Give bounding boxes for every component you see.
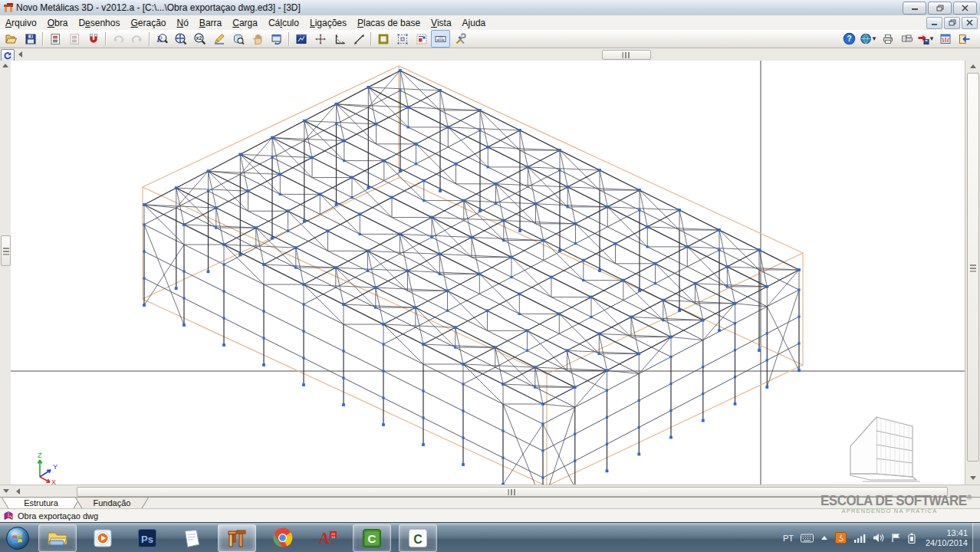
references-button[interactable] [412,30,431,48]
dimension-button[interactable]: 123 [431,30,450,48]
menu-calculo[interactable]: Cálculo [263,16,304,30]
move-node-button[interactable] [311,30,330,48]
menu-arquivo[interactable]: Arquivo [0,16,42,30]
svg-text:C: C [368,532,377,545]
show-desktop-button[interactable] [972,523,980,552]
zoom-extents-button[interactable] [171,30,190,48]
layers-dxf-button [64,30,84,48]
keyboard-icon[interactable] [801,534,814,543]
top-panel-handle[interactable] [602,50,651,60]
tab-estrutura[interactable]: Estrutura [2,498,81,509]
views-3d-button[interactable] [291,30,311,48]
import-dxf-button[interactable] [45,30,64,48]
battery-icon[interactable] [908,533,916,544]
action-center-flag-icon[interactable] [891,533,901,543]
save-button[interactable] [21,30,40,48]
menu-ajuda[interactable]: Ajuda [457,16,492,30]
zoom-window-button[interactable]: R [152,30,171,48]
window-title: Novo Metálicas 3D - v2012.a - [C:\...\Ob… [16,2,301,13]
menu-placas-de-base[interactable]: Placas de base [352,16,426,30]
taskbar-chrome[interactable] [264,525,301,551]
metalicas-3d-icon [226,527,248,549]
minimize-button[interactable] [903,2,926,15]
zoom-scale-button[interactable]: x2 [190,30,209,48]
language-indicator[interactable]: PT [783,534,794,543]
measure-icon [353,33,365,45]
bottom-panel-handle[interactable] [77,487,948,497]
open-button[interactable] [2,30,21,48]
left-panel-handle[interactable] [1,235,11,266]
web-button[interactable]: ▼ [859,30,878,48]
taskbar-autocad[interactable]: A2010 [308,525,345,551]
start-button[interactable] [5,525,31,551]
selection-icon [396,33,409,45]
export-dwg-button[interactable]: ▼ [916,30,936,48]
measure-button[interactable] [349,30,368,48]
undo-icon [112,33,124,45]
tab-fundacao[interactable]: Fundação [75,498,149,509]
menu-obra[interactable]: Obra [42,16,74,30]
menu-desenhos[interactable]: Desenhos [73,16,125,30]
previous-view-button[interactable] [267,30,286,48]
print-button[interactable] [878,30,897,48]
right-panel-handle[interactable] [967,73,979,462]
ortho-button[interactable] [330,30,349,48]
mdi-minimize-button[interactable] [926,17,942,29]
pan-hand-icon [252,33,263,45]
menu-vista[interactable]: Vista [426,16,456,30]
pan-hand-button[interactable] [248,30,267,48]
selection-button[interactable] [393,30,412,48]
section-box-button[interactable] [373,30,393,48]
taskbar-notepad[interactable] [173,525,210,551]
network-signal-icon[interactable] [853,534,866,543]
menu-carga[interactable]: Carga [227,16,263,30]
snap-magnet-icon [87,33,100,45]
zoom-scale-icon: x2 [193,32,206,45]
tools-button[interactable] [450,30,469,48]
mdi-close-button[interactable] [962,17,978,29]
clock[interactable]: 13:4124/10/2014 [926,528,968,548]
print-preview-button[interactable] [897,30,916,48]
collapse-up-arrow[interactable] [2,64,8,67]
mdi-restore-button[interactable] [944,17,960,29]
edit-pencil-button[interactable] [209,30,229,48]
structure-wireframe[interactable] [11,61,965,485]
menu-no[interactable]: Nó [172,16,194,30]
menu-barra[interactable]: Barra [194,16,227,30]
taskbar-photoshop[interactable]: Ps [129,525,166,551]
collapse-left-arrow-2[interactable] [16,488,20,495]
toolbar-separator [42,32,43,46]
taskbar-metalicas-3d[interactable] [218,524,256,552]
menu-geracao[interactable]: Geração [125,16,171,30]
volume-icon[interactable] [873,533,884,543]
dropdown-arrow-icon[interactable]: ▼ [929,35,935,42]
dropdown-arrow-icon[interactable]: ▼ [871,35,877,42]
taskbar-camtasia-editor[interactable]: C [399,524,437,552]
zoom-redraw-button[interactable] [229,30,248,48]
scroll-down-arrow[interactable] [970,476,976,480]
right-panel-strip [965,61,980,485]
close-button[interactable] [953,2,977,15]
restore-button[interactable] [928,2,952,15]
exit-button[interactable] [955,30,974,48]
java-update-icon[interactable] [835,532,847,544]
ortho-icon [334,33,346,45]
dimension-icon: 123 [434,33,447,45]
help-button[interactable]: ? [840,30,859,48]
window-layout-button[interactable] [936,30,955,48]
taskbar-camtasia[interactable]: C [353,524,391,552]
hidden-icons-button[interactable] [821,535,828,541]
status-text: Obra exportaçao dwg [18,511,98,521]
collapse-down-arrow[interactable] [3,489,9,493]
menu-ligacoes[interactable]: Ligações [304,16,352,30]
scroll-up-arrow[interactable] [970,64,976,68]
snap-magnet-button[interactable] [84,30,103,48]
previous-view-icon [271,33,283,45]
3d-viewport[interactable] [11,61,965,485]
svg-text:10: 10 [331,534,335,538]
taskbar-explorer[interactable] [38,524,77,552]
collapse-left-arrow[interactable] [18,51,22,58]
camtasia-icon: C [362,528,382,548]
taskbar-media-player[interactable] [84,525,121,551]
print-preview-icon [901,33,913,45]
